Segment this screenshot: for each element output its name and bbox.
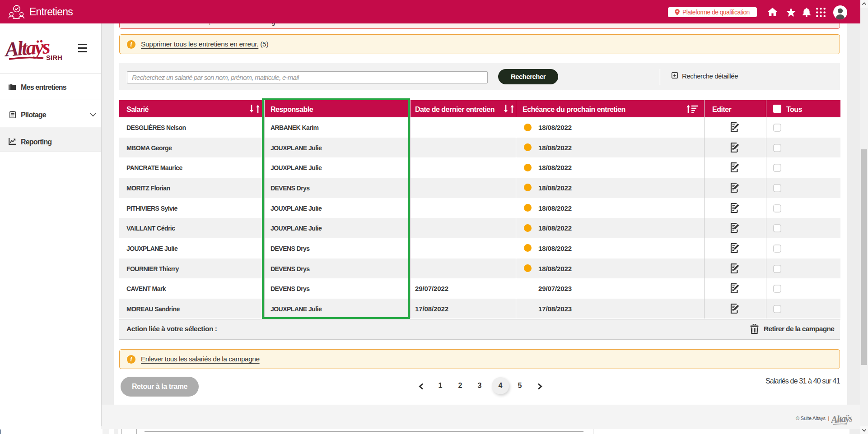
svg-text:SIRH: SIRH <box>46 54 62 61</box>
svg-text:Altaÿs: Altaÿs <box>831 412 852 425</box>
